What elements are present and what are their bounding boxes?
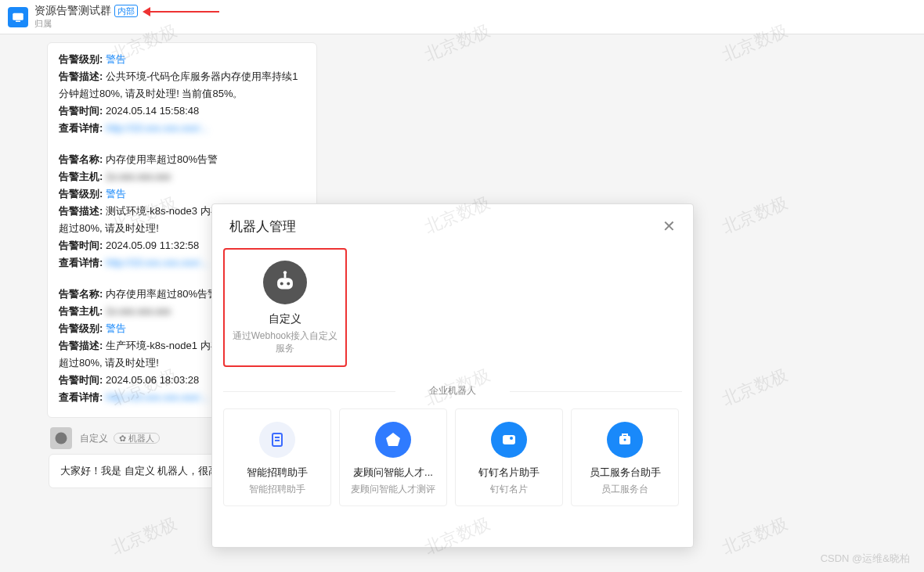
alert-level: 警告 <box>106 53 126 65</box>
custom-robot-card[interactable]: 自定义 通过Webhook接入自定义服务 <box>223 248 347 367</box>
talent-icon <box>375 422 411 458</box>
svg-point-12 <box>624 439 626 441</box>
detail-link[interactable]: http://10.xxx.xxx.xxx/... <box>106 257 208 268</box>
bot-card-talent[interactable]: 麦顾问智能人才... 麦顾问智能人才测评 <box>339 408 447 506</box>
recruit-icon <box>259 422 295 458</box>
svg-point-10 <box>510 437 513 440</box>
robot-grid: 智能招聘助手 智能招聘助手 麦顾问智能人才... 麦顾问智能人才测评 钉钉名片助… <box>223 408 682 506</box>
svg-rect-0 <box>13 13 23 20</box>
card-icon <box>491 422 527 458</box>
svg-point-5 <box>287 282 290 285</box>
bot-card-service[interactable]: 员工服务台助手 员工服务台 <box>571 408 679 506</box>
annotation-arrow <box>149 11 219 13</box>
svg-point-4 <box>280 282 283 285</box>
csdn-credit: CSDN @运维&晓柏 <box>821 552 910 566</box>
group-icon <box>8 7 28 27</box>
close-button[interactable]: ✕ <box>662 217 676 236</box>
svg-rect-3 <box>277 278 293 289</box>
robot-icon <box>263 261 307 304</box>
bot-card-recruit[interactable]: 智能招聘助手 智能招聘助手 <box>223 408 331 506</box>
group-title: 资源告警测试群 <box>34 4 111 18</box>
detail-link[interactable]: http://10.xxx.xxx.xxx/... <box>106 391 208 403</box>
bot-card-card[interactable]: 钉钉名片助手 钉钉名片 <box>455 408 563 506</box>
robot-management-modal: 机器人管理 ✕ 自定义 通过Webhook接入自定义服务 企业机器人 智能招聘助… <box>211 203 694 548</box>
chat-header: 资源告警测试群 内部 归属 <box>0 0 924 34</box>
group-owner-label: 归属 <box>34 18 138 30</box>
bot-avatar <box>50 427 72 449</box>
svg-point-7 <box>283 271 287 274</box>
internal-tag: 内部 <box>114 5 138 17</box>
svg-rect-9 <box>503 435 515 444</box>
enterprise-robots-label: 企业机器人 <box>223 384 682 398</box>
service-icon <box>607 422 643 458</box>
robot-tag: ✿ 机器人 <box>114 433 160 444</box>
modal-body[interactable]: 自定义 通过Webhook接入自定义服务 企业机器人 智能招聘助手 智能招聘助手… <box>212 248 693 547</box>
svg-rect-1 <box>16 20 20 22</box>
detail-link[interactable]: http://10.xxx.xxx.xxx/... <box>106 122 208 134</box>
modal-title: 机器人管理 <box>229 218 296 236</box>
svg-point-2 <box>56 433 67 444</box>
